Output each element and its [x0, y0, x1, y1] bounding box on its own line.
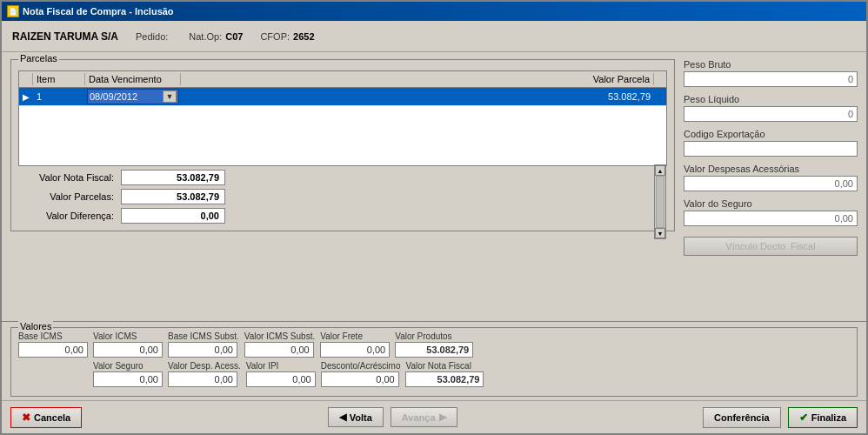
valor-parcelas-row: Valor Parcelas: 53.082,79 [18, 189, 667, 204]
col-header-valor: Valor Parcela [181, 73, 654, 85]
main-window: 📄 Nota Fiscal de Compra - Inclusão RAIZE… [0, 0, 868, 435]
col-header-arrow [19, 73, 33, 85]
valor-despesas-input[interactable] [684, 176, 858, 191]
valor-despesas-label: Valor Despesas Acessórias [684, 164, 858, 174]
parcelas-table[interactable]: Item Data Vencimento Valor Parcela ▶ 1 0… [18, 70, 667, 166]
valores-title: Valores [18, 321, 53, 331]
scroll-up-btn[interactable]: ▲ [655, 165, 665, 176]
valor-desp-acess-input[interactable] [168, 371, 237, 387]
parcelas-header: Item Data Vencimento Valor Parcela [19, 71, 666, 88]
valor-seguro-r2-input[interactable] [93, 371, 163, 387]
valor-nota-fiscal-r2-field: Valor Nota Fiscal [405, 361, 484, 387]
peso-bruto-label: Peso Bruto [684, 59, 858, 70]
peso-bruto-input[interactable] [684, 71, 858, 87]
cancela-label: Cancela [34, 412, 70, 423]
valor-icms-field: Valor ICMS [93, 331, 163, 358]
finaliza-button[interactable]: ✔ Finaliza [788, 407, 858, 428]
footer-right: Conferência ✔ Finaliza [703, 407, 858, 428]
valor-ipi-input[interactable] [246, 371, 316, 387]
valor-icms-input[interactable] [93, 342, 163, 358]
row-item: 1 [33, 90, 85, 104]
scroll-thumb[interactable] [656, 176, 664, 228]
nat-op-field: Nat.Op: C07 [189, 31, 243, 42]
header-bar: RAIZEN TARUMA S/A Pedido: Nat.Op: C07 CF… [2, 21, 866, 52]
peso-liquido-input[interactable] [684, 106, 858, 122]
valor-produtos-field: Valor Produtos [395, 331, 473, 358]
valor-diferenca-row: Valor Diferença: 0,00 [18, 208, 667, 224]
scrollbar: ▲ ▼ [654, 164, 666, 239]
valor-nota-value: 53.082,79 [121, 170, 225, 185]
codigo-exportacao-group: Codigo Exportação [684, 129, 858, 157]
conferencia-button[interactable]: Conferência [703, 407, 781, 428]
footer-bar: ✖ Cancela ◀ Volta Avança ▶ Conferência ✔… [2, 400, 866, 433]
valor-desp-acess-label: Valor Desp. Acess. [168, 361, 241, 371]
cfop-label: CFOP: [260, 31, 290, 42]
volta-button[interactable]: ◀ Volta [328, 407, 384, 427]
codigo-exportacao-label: Codigo Exportação [684, 129, 858, 139]
peso-liquido-label: Peso Líquido [684, 94, 858, 104]
nat-op-value: C07 [225, 31, 243, 42]
table-row[interactable]: ▶ 1 08/09/2012 ▼ 53.082,79 [19, 88, 666, 106]
valor-diferenca-value: 0,00 [121, 208, 225, 224]
valor-produtos-input[interactable] [395, 342, 473, 358]
right-panel: Peso Bruto Peso Líquido Codigo Exportaçã… [684, 59, 858, 314]
codigo-exportacao-input[interactable] [684, 141, 858, 157]
title-icon: 📄 [7, 5, 19, 17]
row-date-field[interactable]: 08/09/2012 ▼ [85, 88, 181, 105]
volta-icon: ◀ [339, 412, 346, 423]
valor-icms-subst-label: Valor ICMS Subst. [244, 331, 316, 341]
valor-seguro-r2-label: Valor Seguro [93, 361, 163, 371]
valor-parcelas-label: Valor Parcelas: [18, 191, 114, 202]
scroll-down-btn[interactable]: ▼ [655, 228, 665, 238]
valor-ipi-label: Valor IPI [246, 361, 316, 371]
base-icms-label: Base ICMS [18, 331, 88, 341]
base-icms-subst-field: Base ICMS Subst. [168, 331, 239, 358]
avanca-icon: ▶ [439, 412, 446, 423]
row-valor: 53.082,79 [181, 90, 666, 104]
valor-seguro-group: Valor do Seguro [684, 198, 858, 226]
base-icms-field: Base ICMS [18, 331, 88, 358]
base-icms-subst-input[interactable] [168, 342, 237, 358]
cancela-icon: ✖ [22, 412, 30, 424]
desconto-acrescimo-input[interactable] [321, 371, 399, 387]
valor-parcelas-value: 53.082,79 [121, 189, 225, 204]
valor-despesas-group: Valor Despesas Acessórias [684, 164, 858, 191]
col-header-data: Data Vencimento [85, 73, 181, 85]
title-bar: 📄 Nota Fiscal de Compra - Inclusão [2, 2, 866, 21]
finaliza-icon: ✔ [799, 412, 808, 424]
valores-bar: Valores Base ICMS Valor ICMS Base ICMS S… [2, 321, 866, 400]
valor-nota-fiscal-r2-label: Valor Nota Fiscal [405, 361, 484, 371]
valor-icms-subst-field: Valor ICMS Subst. [244, 331, 316, 358]
pedido-field: Pedido: [136, 31, 171, 42]
desconto-acrescimo-field: Desconto/Acréscimo [321, 361, 401, 387]
valor-seguro-label: Valor do Seguro [684, 198, 858, 209]
base-icms-input[interactable] [18, 342, 88, 358]
row-arrow: ▶ [19, 90, 33, 104]
valor-diferenca-label: Valor Diferença: [18, 211, 114, 221]
window-title: Nota Fiscal de Compra - Inclusão [23, 6, 174, 17]
valor-desp-acess-field: Valor Desp. Acess. [168, 361, 241, 387]
nat-op-label: Nat.Op: [189, 31, 222, 42]
valor-frete-input[interactable] [320, 342, 390, 358]
valores-row-2: Valor Seguro Valor Desp. Acess. Valor IP… [18, 361, 850, 387]
left-panel: Parcelas Item Data Vencimento Valor Parc… [10, 59, 675, 314]
vincular-docto-btn[interactable]: Vínculo Docto. Fiscal [684, 237, 858, 256]
valores-row-1: Base ICMS Valor ICMS Base ICMS Subst. Va… [18, 331, 850, 358]
date-input[interactable]: 08/09/2012 [90, 91, 161, 102]
avanca-label: Avança [402, 412, 436, 423]
company-name: RAIZEN TARUMA S/A [12, 30, 118, 43]
main-content: Parcelas Item Data Vencimento Valor Parc… [2, 52, 866, 321]
valor-icms-subst-input[interactable] [244, 342, 314, 358]
peso-bruto-group: Peso Bruto [684, 59, 858, 87]
date-dropdown-btn[interactable]: ▼ [163, 90, 177, 103]
valor-nota-fiscal-r2-input[interactable] [405, 371, 484, 387]
conferencia-label: Conferência [714, 412, 770, 423]
avanca-button[interactable]: Avança ▶ [391, 407, 457, 427]
footer-left: ✖ Cancela [10, 407, 82, 428]
peso-liquido-group: Peso Líquido [684, 94, 858, 122]
valor-seguro-input[interactable] [684, 211, 858, 226]
footer-center: ◀ Volta Avança ▶ [328, 407, 457, 427]
cancela-button[interactable]: ✖ Cancela [10, 407, 82, 428]
valor-ipi-field: Valor IPI [246, 361, 316, 387]
parcelas-group: Parcelas Item Data Vencimento Valor Parc… [10, 59, 675, 231]
